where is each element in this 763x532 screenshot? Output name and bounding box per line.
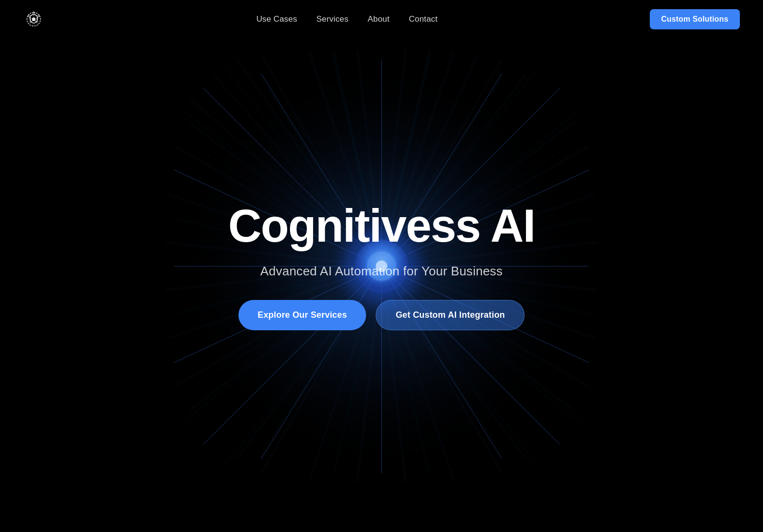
nav-item-services[interactable]: Services (316, 14, 349, 24)
nav-item-contact[interactable]: Contact (409, 14, 438, 24)
explore-services-button[interactable]: Explore Our Services (238, 300, 367, 330)
custom-solutions-button[interactable]: Custom Solutions (650, 9, 740, 29)
logo[interactable] (23, 9, 44, 30)
hero-subtitle: Advanced AI Automation for Your Business (260, 264, 502, 279)
nav-item-use-cases[interactable]: Use Cases (256, 14, 297, 24)
logo-icon (23, 9, 44, 30)
svg-point-1 (32, 18, 35, 21)
hero-title: Cognitivess AI (228, 202, 535, 250)
nav-links: Use Cases Services About Contact (256, 14, 437, 24)
hero-content: Cognitivess AI Advanced AI Automation fo… (228, 202, 535, 330)
hero-section: Cognitivess AI Advanced AI Automation fo… (0, 0, 763, 532)
nav-item-about[interactable]: About (368, 14, 389, 24)
get-custom-ai-button[interactable]: Get Custom AI Integration (376, 300, 525, 330)
navbar: Use Cases Services About Contact Custom … (0, 0, 763, 39)
hero-buttons: Explore Our Services Get Custom AI Integ… (238, 300, 525, 330)
